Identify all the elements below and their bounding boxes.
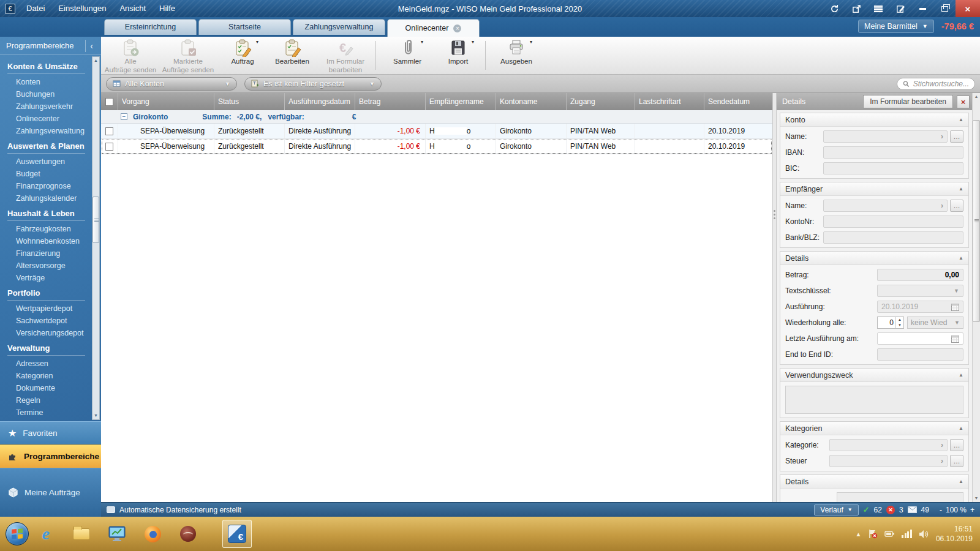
zoom-out-button[interactable]: -: [940, 506, 942, 514]
edit-note-icon[interactable]: [889, 0, 911, 17]
dropdown-arrow-icon[interactable]: ▾: [472, 39, 474, 45]
sidebar-favoriten-button[interactable]: ★ Favoriten: [0, 421, 101, 444]
collapse-section-icon[interactable]: ▲: [959, 117, 963, 122]
scroll-up-icon[interactable]: ▲: [92, 57, 99, 64]
sidebar-item-versicherungsdepot[interactable]: Versicherungsdepot: [0, 327, 91, 339]
sidebar-programmbereiche-button[interactable]: Programmbereiche: [0, 444, 101, 468]
textschluessel-dropdown[interactable]: ▼: [877, 285, 963, 297]
col-ausfuehrungsdatum[interactable]: Ausführungsdatum: [285, 93, 355, 110]
steuer-browse-button[interactable]: …: [950, 455, 963, 467]
empfaenger-bank-field[interactable]: [823, 231, 963, 244]
tab-close-icon[interactable]: ×: [453, 24, 461, 32]
panel-splitter[interactable]: [772, 93, 777, 502]
empfaenger-name-browse-button[interactable]: …: [950, 200, 963, 212]
sidebar-collapse-icon[interactable]: ‹: [85, 40, 97, 52]
sidebar-item-auswertungen[interactable]: Auswertungen: [0, 156, 91, 168]
scroll-down-icon[interactable]: ▼: [92, 412, 99, 419]
sidebar-item-altersvorsorge[interactable]: Altersvorsorge: [0, 260, 91, 272]
tab-ersteinrichtung[interactable]: Ersteinrichtung: [104, 19, 197, 35]
sidebar-item-zahlungsverkehr[interactable]: Zahlungsverkehr: [0, 100, 91, 113]
group-row-girokonto[interactable]: − Girokonto Summe: -2,00 €, verfügbar: €: [101, 110, 772, 124]
accounts-dropdown[interactable]: Alle Konten ▼: [106, 77, 237, 91]
send-marked-orders-button[interactable]: Markierte Aufträge senden: [156, 37, 220, 74]
col-vorgang[interactable]: Vorgang: [118, 93, 214, 110]
spin-down-icon[interactable]: ▼: [896, 323, 903, 328]
empfaenger-kontonr-field[interactable]: [823, 216, 963, 228]
menu-hilfe[interactable]: Hilfe: [153, 0, 182, 17]
external-window-icon[interactable]: [845, 0, 867, 17]
minimize-button[interactable]: [911, 0, 933, 17]
ausgeben-button[interactable]: ▾ Ausgeben: [489, 37, 543, 74]
tray-expand-icon[interactable]: ▲: [856, 531, 862, 538]
edit-in-form-button[interactable]: Im Formular bearbeiten: [863, 95, 953, 108]
sidebar-item-buchungen[interactable]: Buchungen: [0, 88, 91, 100]
collapse-section-icon[interactable]: ▲: [959, 425, 963, 431]
sidebar-item-finanzprognose[interactable]: Finanzprognose: [0, 180, 91, 192]
collapse-section-icon[interactable]: ▲: [959, 479, 963, 484]
steuer-field[interactable]: ›: [829, 455, 948, 467]
start-button[interactable]: [6, 522, 29, 545]
table-row[interactable]: SEPA-Überweisung Zurückgestellt Direkte …: [101, 124, 772, 139]
dropdown-arrow-icon[interactable]: ▾: [530, 39, 532, 45]
power-battery-icon[interactable]: [884, 530, 895, 538]
zoom-in-button[interactable]: +: [970, 506, 974, 514]
dropdown-arrow-icon[interactable]: ▾: [256, 39, 258, 45]
sidebar-item-wertpapierdepot[interactable]: Wertpapierdepot: [0, 302, 91, 315]
sidebar-scrollbar[interactable]: ▲ ▼: [92, 56, 100, 420]
sidebar-scrollbar-thumb[interactable]: [92, 197, 99, 243]
tab-zahlungsverwaltung[interactable]: Zahlungsverwaltung: [293, 19, 385, 35]
sidebar-meine-auftraege-button[interactable]: Meine Aufträge: [0, 468, 101, 517]
form-edit-button[interactable]: € Im Formular bearbeiten: [319, 37, 372, 74]
refresh-icon[interactable]: [823, 0, 845, 17]
row-checkbox[interactable]: [101, 124, 118, 138]
collapse-group-icon[interactable]: −: [121, 113, 127, 120]
sidebar-item-onlinecenter[interactable]: Onlinecenter: [0, 113, 91, 125]
betrag-field[interactable]: 0,00: [877, 269, 963, 281]
sidebar-item-dokumente[interactable]: Dokumente: [0, 382, 91, 394]
scroll-up-icon[interactable]: ▲: [973, 93, 980, 100]
sidebar-item-adressen[interactable]: Adressen: [0, 358, 91, 370]
close-button[interactable]: ×: [956, 0, 980, 17]
action-center-flag-icon[interactable]: [868, 529, 878, 539]
sidebar-item-fahrzeugkosten[interactable]: Fahrzeugkosten: [0, 223, 91, 235]
letzte-ausfuehrung-date-field[interactable]: [877, 332, 963, 345]
auftrag-button[interactable]: ▾ Auftrag: [220, 37, 265, 74]
menu-ansicht[interactable]: Ansicht: [113, 0, 153, 17]
account-selector[interactable]: Meine Barmittel ▼: [858, 20, 934, 33]
sidebar-item-zahlungsverwaltung[interactable]: Zahlungsverwaltung: [0, 125, 91, 137]
kategorie-browse-button[interactable]: …: [950, 439, 963, 451]
verwendungszweck-textarea[interactable]: [785, 386, 963, 414]
collapse-section-icon[interactable]: ▲: [959, 372, 963, 378]
collapse-section-icon[interactable]: ▲: [959, 255, 963, 261]
konto-name-field[interactable]: ›: [823, 130, 948, 143]
taskbar-firefox-icon[interactable]: [143, 523, 162, 545]
verlauf-button[interactable]: Verlauf ▼: [814, 504, 858, 515]
details-scrollbar-thumb[interactable]: [973, 120, 980, 322]
col-sendedatum[interactable]: Sendedatum: [704, 93, 772, 110]
calendar-icon[interactable]: [951, 303, 959, 311]
col-zugang[interactable]: Zugang: [567, 93, 635, 110]
restore-button[interactable]: [933, 0, 956, 17]
sidebar-item-regeln[interactable]: Regeln: [0, 394, 91, 407]
sidebar-item-sachwertdepot[interactable]: Sachwertdepot: [0, 315, 91, 327]
sidebar-item-budget[interactable]: Budget: [0, 168, 91, 180]
table-row[interactable]: SEPA-Überweisung Zurückgestellt Direkte …: [101, 139, 772, 154]
details-2-textarea[interactable]: [837, 492, 963, 502]
collapse-section-icon[interactable]: ▲: [959, 186, 963, 192]
sidebar-item-termine[interactable]: Termine: [0, 407, 91, 419]
wiederholung-spinner[interactable]: 0▲▼: [877, 317, 904, 329]
filter-dropdown[interactable]: Es ist kein Filter gesetzt ▼: [244, 77, 382, 91]
empfaenger-name-field[interactable]: ›: [823, 200, 948, 212]
sidebar-item-wohnnebenkosten[interactable]: Wohnnebenkosten: [0, 235, 91, 247]
search-input[interactable]: Stichwortsuche...: [897, 78, 975, 90]
col-lastschriftart[interactable]: Lastschriftart: [635, 93, 704, 110]
row-checkbox[interactable]: [101, 139, 118, 154]
scroll-down-icon[interactable]: ▼: [973, 495, 980, 502]
select-all-checkbox[interactable]: [101, 93, 118, 110]
konto-name-browse-button[interactable]: …: [950, 130, 963, 143]
bearbeiten-button[interactable]: Bearbeiten: [265, 37, 319, 74]
dropdown-arrow-icon[interactable]: ▾: [421, 39, 423, 45]
calendar-icon[interactable]: [951, 335, 959, 343]
col-kontoname[interactable]: Kontoname: [496, 93, 567, 110]
col-status[interactable]: Status: [214, 93, 285, 110]
